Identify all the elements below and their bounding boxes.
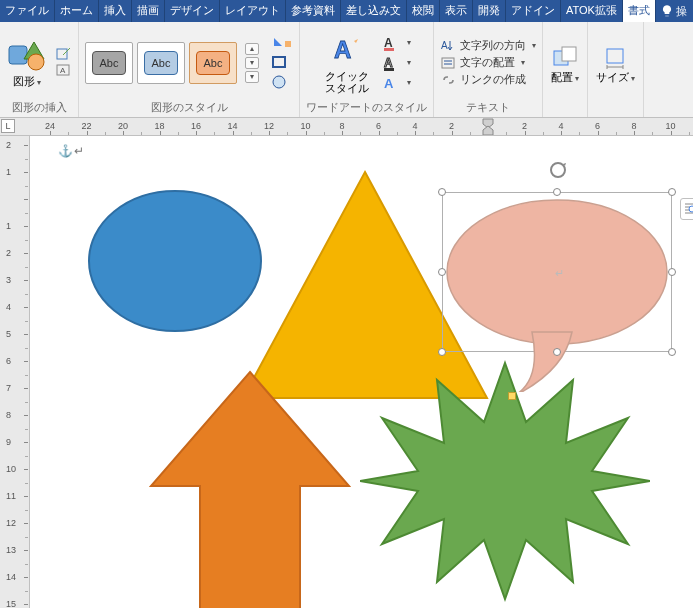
layout-options-icon	[683, 201, 693, 217]
hruler-label: 24	[45, 121, 55, 131]
text-align-button[interactable]: 文字の配置▾	[440, 55, 536, 70]
vruler-label: 14	[6, 572, 16, 582]
group-shapes-insert: 図形▾ A 図形の挿入	[0, 22, 79, 117]
text-effects-button[interactable]: A▾	[381, 74, 411, 92]
create-link-button[interactable]: リンクの作成	[440, 72, 536, 87]
svg-text:A: A	[384, 56, 393, 70]
tab-review[interactable]: 校閲	[407, 0, 440, 22]
menu-bar: ファイル ホーム 挿入 描画 デザイン レイアウト 参考資料 差し込み文 校閲 …	[0, 0, 693, 22]
vruler-label: 1	[6, 167, 11, 177]
svg-rect-6	[285, 41, 291, 47]
hruler-label: 4	[412, 121, 417, 131]
insert-shapes-button[interactable]: 図形▾	[6, 35, 48, 91]
tab-insert[interactable]: 挿入	[99, 0, 132, 22]
vruler-label: 8	[6, 410, 11, 420]
tab-developer[interactable]: 開発	[473, 0, 506, 22]
text-fill-button[interactable]: A▾	[381, 34, 411, 52]
indent-marker[interactable]	[482, 118, 494, 136]
group-text-label: テキスト	[466, 99, 510, 116]
vruler-label: 6	[6, 356, 11, 366]
hruler-label: 4	[558, 121, 563, 131]
anchor-icon: ⚓	[58, 144, 73, 158]
tab-atok[interactable]: ATOK拡張	[561, 0, 623, 22]
page-canvas[interactable]: ⚓ ↵ ↵	[30, 136, 693, 608]
tab-draw[interactable]: 描画	[132, 0, 165, 22]
resize-handle-e[interactable]	[668, 268, 676, 276]
shape-style-2[interactable]: Abc	[137, 42, 185, 84]
vruler-label: 3	[6, 275, 11, 285]
resize-handle-ne[interactable]	[668, 188, 676, 196]
group-text: A 文字列の方向▾ 文字の配置▾ リンクの作成 テキスト	[434, 22, 543, 117]
hruler-label: 2	[449, 121, 454, 131]
vruler-label: 15	[6, 599, 16, 608]
text-direction-icon: A	[440, 39, 456, 53]
text-box-icon[interactable]: A	[56, 64, 72, 78]
tab-addins[interactable]: アドイン	[506, 0, 561, 22]
hruler-label: 6	[376, 121, 381, 131]
text-outline-button[interactable]: A▾	[381, 54, 411, 72]
resize-handle-nw[interactable]	[438, 188, 446, 196]
group-wordart-label: ワードアートのスタイル	[306, 99, 427, 116]
resize-handle-n[interactable]	[553, 188, 561, 196]
tab-references[interactable]: 参考資料	[286, 0, 341, 22]
quick-styles-button[interactable]: A クイック スタイル	[323, 30, 371, 96]
hruler-label: 12	[264, 121, 274, 131]
tab-view[interactable]: 表示	[440, 0, 473, 22]
shape-fill-icon[interactable]	[271, 36, 293, 52]
tab-file[interactable]: ファイル	[0, 0, 55, 22]
hruler-label: 10	[665, 121, 675, 131]
shape-pink-callout[interactable]: ↵	[442, 192, 672, 392]
edit-shape-icon[interactable]	[56, 48, 72, 62]
svg-rect-3	[57, 49, 67, 59]
adjust-handle[interactable]	[508, 392, 516, 400]
svg-text:A: A	[384, 36, 393, 50]
text-direction-button[interactable]: A 文字列の方向▾	[440, 38, 536, 53]
svg-point-30	[551, 163, 565, 177]
vertical-ruler[interactable]: 21123456789101112131415	[0, 136, 30, 608]
size-icon	[603, 44, 629, 70]
group-wordart-styles: A クイック スタイル A▾ A▾ A▾ ワードアートのスタイル	[300, 22, 434, 117]
gallery-up-icon[interactable]: ▴	[245, 43, 259, 55]
shape-style-gallery[interactable]: Abc Abc Abc	[85, 42, 237, 84]
resize-handle-sw[interactable]	[438, 348, 446, 356]
gallery-down-icon[interactable]: ▾	[245, 57, 259, 69]
shape-effects-icon[interactable]	[271, 74, 293, 90]
text-direction-label: 文字列の方向	[460, 38, 526, 53]
link-icon	[440, 73, 456, 87]
svg-rect-21	[607, 49, 623, 63]
svg-text:↵: ↵	[555, 267, 564, 279]
svg-marker-26	[360, 363, 650, 599]
arrange-icon	[552, 44, 578, 70]
vruler-label: 10	[6, 464, 16, 474]
vruler-label: 1	[6, 221, 11, 231]
layout-options-button[interactable]	[680, 198, 693, 220]
vruler-label: 9	[6, 437, 11, 447]
gallery-more-icon[interactable]: ▾	[245, 71, 259, 83]
vruler-label: 2	[6, 140, 11, 150]
svg-text:A: A	[60, 66, 66, 75]
shape-orange-arrow[interactable]	[145, 366, 355, 608]
rotation-handle[interactable]	[548, 160, 568, 180]
shape-outline-icon[interactable]	[271, 55, 293, 71]
ruler-corner[interactable]: L	[1, 119, 15, 133]
tab-mailings[interactable]: 差し込み文	[341, 0, 407, 22]
shape-style-1[interactable]: Abc	[85, 42, 133, 84]
size-button[interactable]: サイズ▾	[594, 42, 637, 87]
arrange-button[interactable]: 配置▾	[549, 42, 581, 87]
group-shape-styles: Abc Abc Abc ▴ ▾ ▾ 図形のスタイル	[79, 22, 300, 117]
resize-handle-s[interactable]	[553, 348, 561, 356]
horizontal-ruler[interactable]: 24222018161412108642246810	[0, 118, 693, 136]
resize-handle-w[interactable]	[438, 268, 446, 276]
tab-design[interactable]: デザイン	[165, 0, 220, 22]
shape-style-3[interactable]: Abc	[189, 42, 237, 84]
text-align-label: 文字の配置	[460, 55, 515, 70]
vruler-label: 13	[6, 545, 16, 555]
tab-format[interactable]: 書式	[623, 0, 656, 22]
svg-rect-16	[442, 58, 454, 68]
tell-me[interactable]: 操	[656, 0, 691, 22]
tab-home[interactable]: ホーム	[55, 0, 99, 22]
tab-layout[interactable]: レイアウト	[220, 0, 286, 22]
hruler-label: 16	[191, 121, 201, 131]
resize-handle-se[interactable]	[668, 348, 676, 356]
hruler-label: 14	[227, 121, 237, 131]
